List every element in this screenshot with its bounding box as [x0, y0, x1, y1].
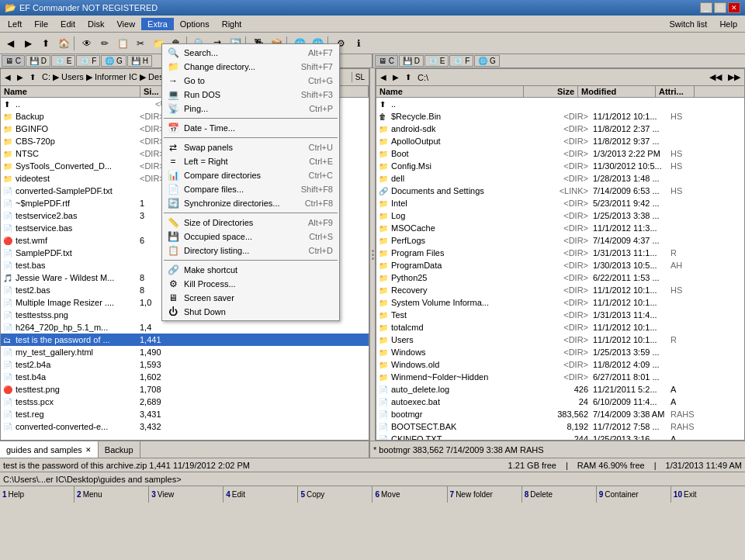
- right-row[interactable]: 📁MSOCache<DIR>11/1/2012 11:3...: [376, 222, 744, 234]
- right-col-attr[interactable]: Attri...: [656, 86, 695, 97]
- menu-item-syncdirs[interactable]: 🔄 Synchronize directories... Ctrl+F8: [162, 196, 339, 210]
- right-nav-fwd[interactable]: ▶: [390, 71, 402, 83]
- menu-item-occupiedspace[interactable]: 💾 Occupied space... Ctrl+S: [162, 230, 339, 244]
- right-row[interactable]: 📁android-sdk<DIR>11/8/2012 2:37 ...: [376, 123, 744, 135]
- tb-root[interactable]: 🏠: [55, 35, 72, 52]
- drive-h-left[interactable]: 💾 H: [127, 55, 152, 67]
- right-row[interactable]: 📁Python25<DIR>6/22/2011 1:53 ...: [376, 271, 744, 284]
- menu-item-comparefiles[interactable]: 📄 Compare files... Shift+F8: [162, 182, 339, 196]
- right-col-name[interactable]: Name: [376, 86, 524, 97]
- fkey-10[interactable]: 10Exit: [671, 486, 745, 503]
- menu-switchlist[interactable]: Switch list: [663, 18, 713, 30]
- left-nav-back[interactable]: ◀: [2, 71, 14, 83]
- right-nav-up[interactable]: ⬆: [402, 71, 414, 83]
- right-row[interactable]: 📁Log<DIR>1/25/2013 3:38 ...: [376, 209, 744, 222]
- right-row[interactable]: 📄auto_delete.log42611/21/2011 5:2...A: [376, 383, 744, 396]
- menu-item-sizedirs[interactable]: 📏 Size of Directories Alt+F9: [162, 216, 339, 230]
- menu-item-killprocess[interactable]: ⚙ Kill Process...: [162, 277, 339, 291]
- menu-file[interactable]: File: [28, 18, 54, 30]
- right-row[interactable]: 📁Windows.old<DIR>11/8/2012 4:09 ...: [376, 358, 744, 371]
- right-col-modified[interactable]: Modified: [578, 86, 656, 97]
- right-row[interactable]: 📁Program Files<DIR>1/31/2013 11:1...R: [376, 247, 744, 259]
- menu-item-swappanels[interactable]: ⇄ Swap panels Ctrl+U: [162, 140, 339, 154]
- right-col-size[interactable]: Size: [524, 86, 578, 97]
- tab-guides[interactable]: guides and samples ✕: [0, 441, 99, 458]
- fkey-7[interactable]: 7New folder: [448, 486, 522, 503]
- fkey-9[interactable]: 9Container: [597, 486, 671, 503]
- right-row[interactable]: 📁Recovery<DIR>11/1/2012 10:1...HS: [376, 284, 744, 296]
- right-row[interactable]: 📁Intel<DIR>5/23/2011 9:42 ...: [376, 197, 744, 209]
- drive-g-left[interactable]: 🌐 G: [101, 55, 126, 67]
- fkey-5[interactable]: 5Copy: [298, 486, 372, 503]
- close-button[interactable]: ✕: [728, 2, 740, 13]
- right-row[interactable]: 📁Test<DIR>1/31/2013 11:4...: [376, 309, 744, 321]
- fkey-2[interactable]: 2Menu: [74, 486, 149, 503]
- tab-guides-close[interactable]: ✕: [85, 446, 92, 454]
- right-row[interactable]: 📄autoexec.bat246/10/2009 11:4...A: [376, 396, 744, 408]
- maximize-button[interactable]: □: [714, 2, 726, 13]
- menu-disk[interactable]: Disk: [81, 18, 110, 30]
- menu-item-rundos[interactable]: 💻 Run DOS Shift+F3: [162, 88, 339, 102]
- tb-info[interactable]: ℹ: [350, 35, 367, 52]
- tab-backup[interactable]: Backup: [99, 441, 140, 458]
- right-row[interactable]: 📄bootmgr383,5627/14/2009 3:38 AMRAHS: [376, 408, 744, 420]
- drive-g-right[interactable]: 🌐 G: [474, 55, 500, 67]
- menu-item-leftright[interactable]: = Left = Right Ctrl+E: [162, 154, 339, 168]
- drive-e-left[interactable]: 💿 E: [51, 55, 75, 67]
- right-row[interactable]: 📁Users<DIR>11/1/2012 10:1...R: [376, 334, 744, 346]
- tb-move[interactable]: ✂: [132, 35, 149, 52]
- drive-e-right[interactable]: 💿 E: [424, 55, 449, 67]
- right-row[interactable]: 📁Winmend~Folder~Hidden<DIR>6/27/2011 8:0…: [376, 371, 744, 383]
- menu-item-screensaver[interactable]: 🖥 Screen saver: [162, 291, 339, 305]
- tb-view[interactable]: 👁: [78, 35, 95, 52]
- right-row[interactable]: 📁Boot<DIR>1/3/2013 2:22 PMHS: [376, 147, 744, 160]
- menu-view[interactable]: View: [110, 18, 141, 30]
- menu-right[interactable]: Right: [216, 18, 248, 30]
- tb-parent[interactable]: ⬆: [37, 35, 54, 52]
- tb-forward[interactable]: ▶: [19, 35, 36, 52]
- fkey-6[interactable]: 6Move: [372, 486, 447, 503]
- right-row[interactable]: 🗑$Recycle.Bin<DIR>11/1/2012 10:1...HS: [376, 110, 744, 123]
- panel-splitter[interactable]: [369, 68, 376, 441]
- right-row[interactable]: 📄BOOTSECT.BAK8,19211/7/2012 7:58 ...RAHS: [376, 420, 744, 433]
- drive-c-left[interactable]: 🖥 C: [2, 55, 25, 67]
- menu-item-makeshortcut[interactable]: 🔗 Make shortcut: [162, 263, 339, 277]
- right-path[interactable]: C:\: [414, 72, 706, 83]
- right-row[interactable]: 📁totalcmd<DIR>11/1/2012 10:1...: [376, 321, 744, 334]
- file-row[interactable]: 📄converted-converted-e...3,432: [1, 420, 369, 433]
- menu-item-comparedirs[interactable]: 📊 Compare directories Ctrl+C: [162, 168, 339, 182]
- menu-item-dirlisting[interactable]: 📋 Directory listing... Ctrl+D: [162, 244, 339, 258]
- file-row[interactable]: 📄test2.b4a1,593: [1, 358, 369, 371]
- right-row[interactable]: 📁ApolloOutput<DIR>11/8/2012 9:37 ...: [376, 135, 744, 147]
- right-row[interactable]: 📁Windows<DIR>1/25/2013 3:59 ...: [376, 346, 744, 358]
- menu-item-search[interactable]: 🔍 Search... Alt+F7: [162, 46, 339, 60]
- right-row[interactable]: 📁System Volume Informa...<DIR>11/1/2012 …: [376, 296, 744, 309]
- tb-copy[interactable]: 📋: [114, 35, 131, 52]
- fkey-4[interactable]: 4Edit: [224, 486, 298, 503]
- right-row[interactable]: 📁ProgramData<DIR>1/30/2013 10:5...AH: [376, 259, 744, 271]
- fkey-8[interactable]: 8Delete: [522, 486, 597, 503]
- left-col-name[interactable]: Name: [1, 86, 140, 97]
- menu-edit[interactable]: Edit: [54, 18, 81, 30]
- menu-options[interactable]: Options: [174, 18, 216, 30]
- left-nav-fwd[interactable]: ▶: [14, 71, 26, 83]
- file-row[interactable]: 📄testss.pcx2,689: [1, 396, 369, 408]
- fkey-3[interactable]: 3View: [149, 486, 224, 503]
- menu-item-goto[interactable]: → Go to Ctrl+G: [162, 74, 339, 88]
- fkey-1[interactable]: 1Help: [0, 486, 74, 503]
- left-nav-up[interactable]: ⬆: [26, 71, 39, 83]
- right-row[interactable]: 📁PerfLogs<DIR>7/14/2009 4:37 ...: [376, 234, 744, 247]
- drive-f-right[interactable]: 💿 F: [449, 55, 473, 67]
- drive-f-left[interactable]: 💿 F: [76, 55, 100, 67]
- menu-item-ping[interactable]: 📡 Ping... Ctrl+P: [162, 102, 339, 116]
- right-row-parent[interactable]: ⬆ ..: [376, 98, 744, 110]
- right-row[interactable]: 📁Config.Msi<DIR>11/30/2012 10:5...HS: [376, 160, 744, 172]
- tb-back[interactable]: ◀: [2, 35, 19, 52]
- right-row[interactable]: 📁dell<DIR>1/28/2013 1:48 ...: [376, 172, 744, 185]
- menu-help[interactable]: Help: [713, 18, 743, 30]
- drive-d-right[interactable]: 💾 D: [399, 55, 424, 67]
- file-row[interactable]: 📄h264_720p_hp_5.1_m...1,4: [1, 321, 369, 334]
- drive-d-left[interactable]: 💾 D: [26, 55, 50, 67]
- right-row[interactable]: 🔗Documents and Settings<LINK>7/14/2009 6…: [376, 185, 744, 197]
- file-row[interactable]: 📄test.reg3,431: [1, 408, 369, 420]
